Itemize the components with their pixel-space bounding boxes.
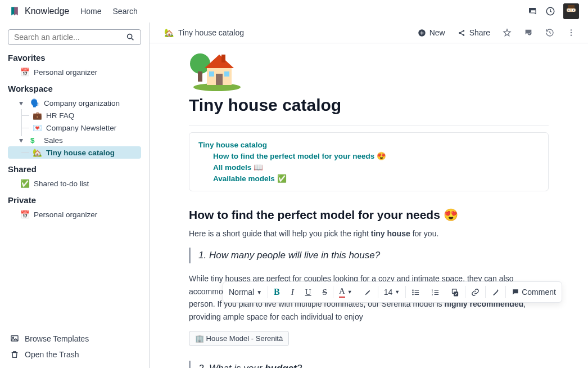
section-favorites: Favorites bbox=[8, 53, 141, 62]
section-shared: Shared bbox=[8, 164, 141, 174]
link-icon bbox=[471, 288, 480, 297]
intro-paragraph[interactable]: Here is a short guide that will help you… bbox=[189, 227, 549, 240]
open-trash-button[interactable]: Open the Trash bbox=[8, 347, 141, 362]
tree-label: Company organization bbox=[44, 99, 120, 107]
toc-link-all-models[interactable]: All models 📖 bbox=[198, 161, 539, 173]
tree-label: Sales bbox=[44, 136, 63, 145]
search-icon bbox=[126, 33, 135, 42]
wand-icon bbox=[491, 288, 500, 297]
toolbar-style-select[interactable]: Normal ▼ bbox=[223, 282, 268, 302]
text: for you. bbox=[410, 229, 439, 238]
text-bold: budget bbox=[265, 363, 297, 368]
search-input-container[interactable] bbox=[8, 29, 141, 45]
comment-icon bbox=[512, 288, 519, 296]
history-icon[interactable] bbox=[545, 28, 554, 37]
nav-home[interactable]: Home bbox=[80, 7, 101, 16]
chat-icon[interactable] bbox=[524, 28, 533, 37]
share-label: Share bbox=[469, 28, 490, 37]
toolbar-magic[interactable] bbox=[486, 282, 505, 302]
toolbar-comment[interactable]: Comment bbox=[506, 282, 562, 302]
text: ? bbox=[297, 363, 302, 368]
toolbar-text-color[interactable]: A▼ bbox=[333, 282, 358, 302]
chip-house-model[interactable]: 🏢 House Model - Serenità bbox=[189, 331, 289, 346]
toolbar-numbered-list[interactable]: 123 bbox=[426, 282, 445, 302]
svg-point-5 bbox=[568, 10, 569, 11]
open-trash-label: Open the Trash bbox=[25, 350, 79, 359]
nav-search[interactable]: Search bbox=[113, 7, 138, 16]
svg-rect-24 bbox=[221, 55, 225, 62]
new-label: New bbox=[429, 28, 445, 37]
text: Here is a short guide that will help you… bbox=[189, 229, 371, 238]
private-personal-organizer[interactable]: 📅 Personal organizer bbox=[8, 208, 141, 221]
star-icon[interactable] bbox=[503, 28, 512, 37]
tree-sales[interactable]: ▾ $ Sales bbox=[8, 134, 141, 146]
browse-templates-label: Browse Templates bbox=[25, 334, 89, 343]
marker-icon bbox=[364, 288, 372, 297]
svg-point-17 bbox=[571, 32, 572, 33]
fav-item-personal-organizer[interactable]: 📅 Personal organizer bbox=[8, 66, 141, 78]
svg-rect-20 bbox=[198, 71, 202, 82]
messages-icon[interactable] bbox=[527, 6, 537, 16]
toc-link-root[interactable]: Tiny house catalog bbox=[198, 140, 539, 150]
toolbar-bullet-list[interactable] bbox=[406, 282, 426, 302]
toolbar-highlight[interactable] bbox=[358, 282, 378, 302]
tree-label: HR FAQ bbox=[46, 111, 74, 120]
breadcrumb-title: Tiny house catalog bbox=[178, 28, 244, 37]
house-icon: 🏡 bbox=[33, 148, 42, 157]
image-icon bbox=[10, 334, 19, 343]
briefcase-icon: 💼 bbox=[33, 111, 42, 120]
checklist-icon bbox=[451, 288, 459, 297]
section-workspace: Workspace bbox=[8, 84, 141, 93]
app-logo-group[interactable]: Knowledge bbox=[9, 6, 69, 17]
svg-rect-7 bbox=[568, 5, 575, 8]
svg-point-8 bbox=[128, 34, 132, 39]
toolbar-strike[interactable]: S bbox=[317, 282, 333, 302]
article-title[interactable]: Tiny house catalog bbox=[189, 96, 549, 115]
bullet-list-icon bbox=[411, 288, 420, 297]
caret-down-icon[interactable]: ▾ bbox=[19, 136, 26, 145]
toc-link-how-to-find[interactable]: How to find the perfect model for your n… bbox=[198, 150, 539, 161]
tree-label: Shared to-do list bbox=[34, 179, 89, 188]
svg-point-16 bbox=[571, 29, 572, 30]
toolbar-bold[interactable]: B bbox=[268, 282, 286, 302]
breadcrumb[interactable]: 🏡 Tiny house catalog bbox=[164, 28, 244, 37]
speaking-icon: 🗣️ bbox=[30, 98, 39, 107]
calendar-icon: 📅 bbox=[20, 68, 29, 77]
question-1[interactable]: 1. How many people will live in this hou… bbox=[189, 248, 549, 263]
toolbar-checklist[interactable] bbox=[445, 282, 465, 302]
house-icon: 🏡 bbox=[164, 28, 174, 37]
toolbar-italic[interactable]: I bbox=[286, 282, 300, 302]
numbered-list-icon: 123 bbox=[431, 288, 440, 297]
search-input[interactable] bbox=[14, 33, 126, 42]
tree-tiny-house-catalog[interactable]: 🏡 Tiny house catalog bbox=[8, 146, 141, 159]
browse-templates-button[interactable]: Browse Templates bbox=[8, 331, 141, 347]
envelope-icon: 💌 bbox=[33, 123, 42, 132]
svg-point-6 bbox=[573, 10, 574, 11]
heading-how-to-find[interactable]: How to find the perfect model for your n… bbox=[189, 208, 549, 222]
tree-company-organization[interactable]: ▾ 🗣️ Company organization bbox=[8, 97, 141, 109]
caret-down-icon[interactable]: ▾ bbox=[19, 98, 26, 107]
text-bold: tiny house bbox=[371, 229, 410, 238]
check-icon: ✅ bbox=[20, 179, 29, 188]
editor-toolbar[interactable]: Normal ▼ B I U S A▼ 14▼ 123 Comment bbox=[223, 281, 562, 303]
toc-link-available-models[interactable]: Available models ✅ bbox=[198, 173, 539, 184]
chip-label: 🏢 House Model - Serenità bbox=[195, 334, 283, 343]
shared-todo-list[interactable]: ✅ Shared to-do list bbox=[8, 177, 141, 190]
svg-point-28 bbox=[413, 290, 413, 290]
user-avatar[interactable] bbox=[563, 3, 579, 19]
question-2[interactable]: 2. What is your budget? bbox=[189, 361, 549, 368]
trash-icon bbox=[10, 350, 19, 359]
share-icon bbox=[458, 29, 466, 37]
toolbar-font-size[interactable]: 14▼ bbox=[378, 282, 406, 302]
tree-hr-faq[interactable]: 💼 HR FAQ bbox=[8, 109, 141, 122]
more-vertical-icon[interactable] bbox=[567, 28, 576, 37]
hero-house-icon bbox=[189, 47, 245, 92]
share-button[interactable]: Share bbox=[458, 28, 490, 37]
svg-point-29 bbox=[413, 291, 413, 292]
svg-rect-27 bbox=[224, 71, 229, 77]
new-button[interactable]: New bbox=[418, 28, 445, 37]
toolbar-link[interactable] bbox=[465, 282, 485, 302]
toolbar-underline[interactable]: U bbox=[300, 282, 317, 302]
tree-company-newsletter[interactable]: 💌 Company Newsletter bbox=[8, 122, 141, 134]
activity-icon[interactable] bbox=[545, 6, 555, 16]
